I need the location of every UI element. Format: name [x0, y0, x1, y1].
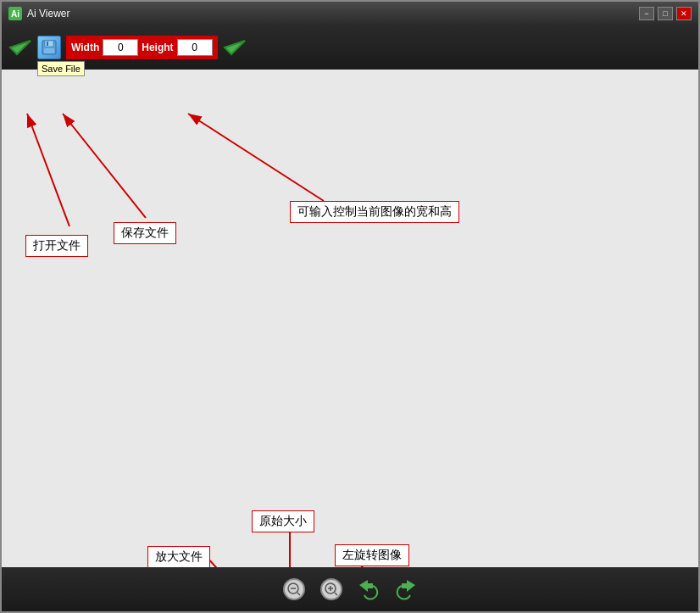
dimension-input-group: Width Height: [66, 36, 218, 59]
zoom-out-icon: [283, 578, 305, 600]
svg-line-16: [297, 593, 300, 595]
maximize-button[interactable]: □: [658, 7, 673, 20]
arrows-layer: [2, 70, 698, 567]
svg-marker-0: [10, 41, 31, 54]
annotation-zoom-in: 放大文件: [147, 546, 210, 567]
annotation-rotate-left: 左旋转图像: [335, 544, 409, 566]
save-tooltip: Save File: [37, 61, 85, 76]
annotation-width-height: 可输入控制当前图像的宽和高: [290, 201, 459, 223]
rotate-right-icon: [393, 577, 419, 602]
annotation-original-size: 原始大小: [252, 510, 314, 532]
close-button[interactable]: ✕: [676, 7, 692, 20]
svg-marker-5: [225, 41, 245, 54]
zoom-in-icon: [320, 578, 342, 600]
svg-rect-2: [45, 41, 53, 47]
svg-line-7: [27, 114, 69, 226]
svg-marker-21: [359, 580, 373, 592]
rotate-left-button[interactable]: [355, 576, 382, 603]
svg-line-20: [335, 593, 337, 595]
app-window: Ai Ai Viewer − □ ✕ S: [0, 0, 700, 613]
app-icon: Ai: [8, 7, 22, 20]
title-bar-controls: − □ ✕: [639, 7, 692, 20]
rotate-left-icon: [356, 577, 381, 602]
title-bar: Ai Ai Viewer − □ ✕: [2, 2, 698, 25]
minimize-button[interactable]: −: [639, 7, 654, 20]
height-label: Height: [142, 42, 173, 53]
zoom-in-button[interactable]: [318, 576, 345, 603]
zoom-out-button[interactable]: [281, 576, 308, 603]
window-title: Ai Viewer: [27, 8, 69, 20]
rotate-right-button[interactable]: [392, 576, 419, 603]
width-label: Width: [71, 42, 99, 53]
svg-marker-22: [402, 580, 415, 592]
bottom-toolbar: [2, 567, 698, 611]
svg-line-9: [188, 114, 324, 201]
confirm-button[interactable]: [223, 36, 247, 59]
title-bar-left: Ai Ai Viewer: [8, 7, 69, 20]
open-file-button[interactable]: [8, 36, 32, 59]
width-input[interactable]: [103, 39, 138, 56]
main-canvas: 打开文件 保存文件 可输入控制当前图像的宽和高 放大文件 原始大小 左旋转图像 …: [2, 70, 698, 567]
save-file-container: Save File: [37, 36, 61, 59]
svg-line-8: [63, 114, 146, 218]
save-file-button[interactable]: [37, 36, 61, 59]
annotation-save-file: 保存文件: [114, 222, 176, 244]
height-input[interactable]: [177, 39, 213, 56]
toolbar: Save File Width Height: [2, 25, 698, 70]
annotation-open-file: 打开文件: [25, 235, 88, 257]
svg-rect-3: [44, 48, 54, 53]
svg-rect-4: [47, 42, 48, 46]
